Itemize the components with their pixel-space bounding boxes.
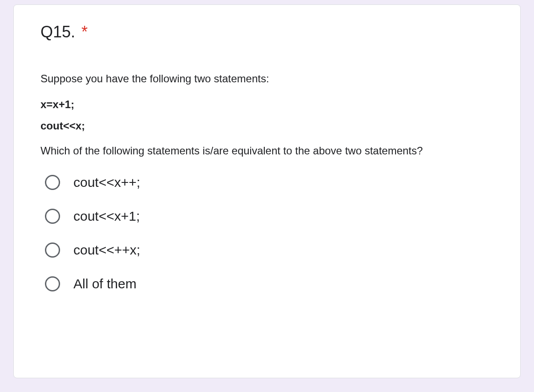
code-line-2: cout<<x; (40, 120, 494, 132)
option-3-label: cout<<++x; (73, 242, 140, 258)
option-2[interactable]: cout<<x+1; (45, 209, 494, 224)
prompt-intro: Suppose you have the following two state… (40, 73, 494, 85)
question-card: Q15. * Suppose you have the following tw… (13, 4, 521, 378)
prompt-question: Which of the following statements is/are… (40, 145, 494, 157)
radio-icon (45, 175, 60, 190)
option-1-label: cout<<x++; (73, 175, 140, 190)
radio-icon (45, 242, 60, 258)
options-group: cout<<x++; cout<<x+1; cout<<++x; All of … (40, 175, 494, 291)
radio-icon (45, 209, 60, 224)
required-asterisk: * (81, 23, 88, 41)
option-4-label: All of them (73, 276, 137, 291)
option-2-label: cout<<x+1; (73, 209, 140, 224)
option-1[interactable]: cout<<x++; (45, 175, 494, 190)
option-3[interactable]: cout<<++x; (45, 242, 494, 258)
radio-icon (45, 276, 60, 291)
question-title: Q15. * (40, 23, 494, 41)
question-number: Q15. (40, 23, 75, 41)
option-4[interactable]: All of them (45, 276, 494, 291)
code-line-1: x=x+1; (40, 98, 494, 111)
